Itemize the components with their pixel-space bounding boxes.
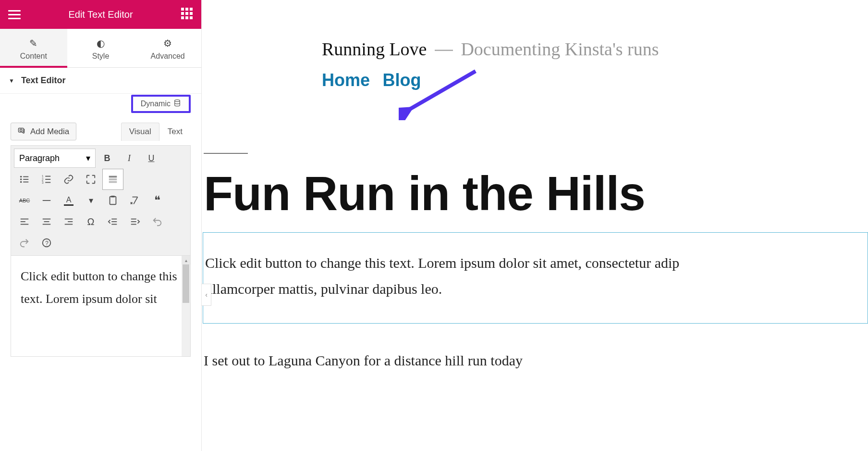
special-character-button[interactable]: Ω	[80, 211, 101, 232]
sidebar-title: Edit Text Editor	[21, 9, 180, 20]
nav-blog[interactable]: Blog	[382, 70, 421, 90]
svg-rect-28	[68, 221, 73, 222]
svg-rect-27	[65, 219, 73, 220]
paragraph-line1: Click edit button to change this text. L…	[205, 250, 868, 276]
section-title: Text Editor	[21, 75, 66, 86]
editor-tab-text[interactable]: Text	[159, 123, 191, 141]
add-media-label: Add Media	[30, 127, 69, 137]
collapse-sidebar-handle[interactable]: ‹	[202, 284, 211, 306]
widgets-grid-icon[interactable]	[180, 8, 194, 21]
selected-text-widget[interactable]: Click edit button to change this text. L…	[203, 232, 868, 324]
svg-rect-14	[45, 182, 50, 183]
section-text-editor[interactable]: ▼ Text Editor	[0, 68, 201, 94]
svg-rect-20	[111, 196, 114, 198]
format-selected: Paragraph	[19, 153, 60, 163]
svg-rect-10	[45, 176, 50, 177]
svg-rect-24	[43, 219, 51, 220]
svg-rect-30	[111, 219, 117, 220]
align-center-button[interactable]	[36, 211, 57, 232]
tab-style[interactable]: ◐ Style	[67, 29, 134, 67]
fullscreen-button[interactable]	[80, 169, 101, 190]
page-preview: ‹ Running Love — Documenting Kinsta's ru…	[202, 0, 868, 451]
dynamic-label: Dynamic	[141, 100, 171, 108]
underline-button[interactable]: U	[141, 148, 162, 169]
svg-rect-33	[131, 219, 136, 220]
paragraph-2: I set out to Laguna Canyon for a distanc…	[204, 352, 868, 369]
outdent-button[interactable]	[102, 211, 123, 232]
svg-rect-4	[23, 176, 28, 177]
chevron-down-icon: ▾	[86, 153, 90, 163]
align-right-button[interactable]	[58, 211, 79, 232]
caret-down-icon: ▼	[9, 77, 14, 84]
align-left-button[interactable]	[14, 211, 35, 232]
editor-mode-tabs: Visual Text	[121, 123, 191, 141]
editor-content-text: Click edit button to change this text. L…	[11, 256, 190, 320]
svg-rect-22	[21, 221, 25, 222]
svg-point-2	[20, 129, 23, 131]
format-select[interactable]: Paragraph ▾	[14, 149, 96, 168]
add-media-button[interactable]: Add Media	[11, 123, 76, 140]
svg-rect-17	[109, 181, 117, 183]
svg-rect-26	[43, 224, 51, 225]
editor-textarea[interactable]: Click edit button to change this text. L…	[11, 256, 191, 357]
editor-tab-visual[interactable]: Visual	[121, 123, 159, 141]
svg-point-0	[175, 100, 180, 101]
undo-button[interactable]	[147, 211, 168, 232]
clear-formatting-button[interactable]	[124, 190, 146, 211]
svg-rect-8	[23, 182, 28, 183]
svg-rect-19	[110, 197, 116, 205]
svg-rect-25	[44, 221, 49, 222]
svg-text:?: ?	[45, 240, 49, 247]
controls-area: Dynamic Add Media Visual Text Paragraph	[0, 94, 201, 357]
svg-point-7	[20, 181, 22, 183]
paste-text-button[interactable]	[102, 190, 123, 211]
help-button[interactable]: ?	[36, 232, 57, 253]
strikethrough-button[interactable]: ABC	[14, 190, 35, 211]
indent-button[interactable]	[124, 211, 146, 232]
paragraph-line2: ullamcorper mattis, pulvinar dapibus leo…	[205, 276, 868, 302]
site-separator: —	[435, 39, 453, 59]
contrast-icon: ◐	[67, 38, 134, 49]
pencil-icon: ✎	[0, 38, 67, 49]
bold-button[interactable]: B	[97, 148, 118, 169]
scroll-up-icon[interactable]: ▴	[182, 256, 190, 264]
horizontal-rule-button[interactable]	[36, 190, 57, 211]
text-color-button[interactable]: A	[58, 190, 79, 211]
divider	[204, 153, 248, 154]
tab-advanced[interactable]: ⚙ Advanced	[134, 29, 201, 67]
svg-rect-21	[21, 219, 29, 220]
tab-content-label: Content	[20, 52, 47, 60]
dynamic-tags-button[interactable]: Dynamic	[131, 95, 191, 113]
svg-rect-23	[21, 224, 29, 225]
text-color-dropdown[interactable]: ▾	[80, 190, 101, 211]
svg-point-5	[20, 178, 22, 180]
editor-scrollbar[interactable]: ▴	[182, 256, 190, 356]
blockquote-button[interactable]: ❝	[147, 190, 168, 211]
svg-rect-31	[111, 221, 117, 222]
svg-rect-16	[109, 178, 117, 180]
svg-rect-32	[111, 224, 117, 225]
link-button[interactable]	[58, 169, 79, 190]
svg-rect-12	[45, 179, 50, 180]
toolbar-toggle-button[interactable]	[102, 169, 123, 190]
sidebar-topbar: Edit Text Editor	[0, 0, 201, 29]
site-title: Running Love	[322, 39, 427, 59]
svg-rect-15	[109, 176, 117, 178]
svg-rect-35	[131, 224, 136, 225]
wysiwyg-toolbar: Paragraph ▾ B I U 123 ABC	[11, 145, 191, 256]
tab-content[interactable]: ✎ Content	[0, 29, 67, 67]
italic-button[interactable]: I	[119, 148, 140, 169]
bullet-list-button[interactable]	[14, 169, 35, 190]
scroll-thumb[interactable]	[183, 264, 189, 303]
page-heading: Fun Run in the Hills	[204, 168, 868, 219]
redo-button[interactable]	[14, 232, 35, 253]
menu-icon[interactable]	[8, 8, 21, 21]
tab-style-label: Style	[92, 52, 110, 60]
numbered-list-button[interactable]: 123	[36, 169, 57, 190]
svg-text:3: 3	[42, 181, 44, 184]
gear-icon: ⚙	[134, 38, 201, 49]
svg-rect-34	[131, 221, 136, 222]
settings-tabs: ✎ Content ◐ Style ⚙ Advanced	[0, 29, 201, 68]
editor-sidebar: Edit Text Editor ✎ Content ◐ Style ⚙ Adv…	[0, 0, 202, 451]
nav-home[interactable]: Home	[322, 70, 370, 90]
